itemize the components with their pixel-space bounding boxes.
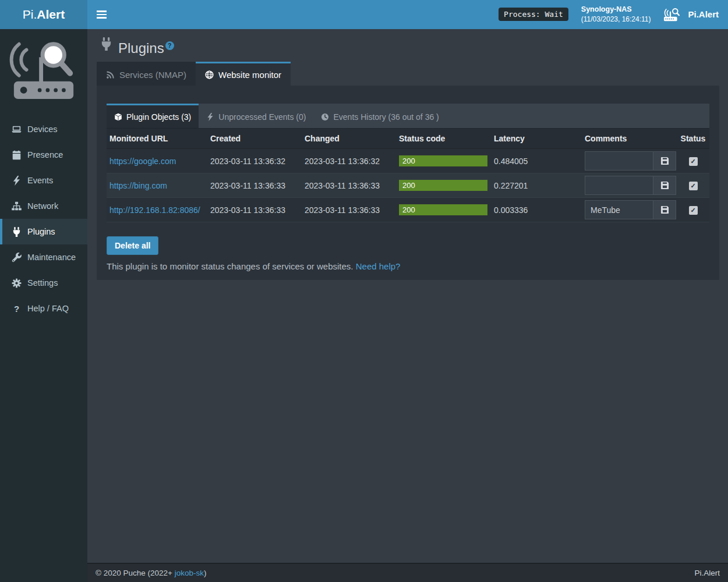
table-header-row: Monitored URL Created Changed Status cod… (107, 129, 709, 149)
scan-timestamp: (11/03/2023, 16:24:11) (581, 15, 651, 24)
content-area: Plugins? Services (NMAP) Website monitor… (87, 29, 728, 563)
globe-icon (205, 70, 214, 79)
status-checkbox[interactable] (689, 157, 698, 166)
footer-brand: Pi.Alert (694, 569, 720, 577)
floppy-icon (660, 181, 669, 190)
brand-label: Pi.Alert (688, 9, 719, 19)
changed-cell: 2023-03-11 13:36:33 (302, 198, 396, 222)
sidebar: Devices Presence Events Network Plugins … (0, 29, 87, 582)
logo-bold: Alert (37, 8, 65, 22)
logo-prefix: Pi. (23, 8, 37, 22)
process-status-badge: Process: Wait (499, 8, 568, 21)
sidebar-item-label: Devices (27, 125, 58, 134)
need-help-link[interactable]: Need help? (356, 261, 401, 271)
brand[interactable]: Pi.Alert (663, 7, 721, 22)
tab-plugin-objects[interactable]: Plugin Objects (3) (107, 104, 199, 128)
bolt-icon (206, 113, 214, 121)
tab-website-monitor[interactable]: Website monitor (196, 62, 291, 86)
comment-group (585, 151, 676, 171)
delete-all-button[interactable]: Delete all (107, 236, 158, 255)
pialert-router-icon (663, 7, 683, 22)
cube-icon (114, 113, 122, 121)
save-comment-button[interactable] (653, 151, 676, 171)
floppy-icon (660, 157, 669, 165)
navbar-right: Process: Wait Synology-NAS (11/03/2023, … (499, 4, 728, 25)
wrench-icon (12, 253, 22, 262)
sidebar-item-label: Help / FAQ (27, 304, 69, 313)
tab-events-history[interactable]: Events History (36 out of 36 ) (313, 104, 446, 128)
bolt-icon (12, 176, 22, 186)
comment-input[interactable] (585, 200, 653, 219)
device-info: Synology-NAS (11/03/2023, 16:24:11) (581, 4, 651, 25)
jokob-sk-link[interactable]: jokob-sk (175, 569, 204, 577)
sidebar-item-presence[interactable]: Presence (0, 142, 87, 168)
clock-icon (321, 113, 329, 121)
sidebar-item-label: Maintenance (27, 253, 76, 262)
sidebar-item-devices[interactable]: Devices (0, 116, 87, 142)
sidebar-item-maintenance[interactable]: Maintenance (0, 244, 87, 270)
sidebar-item-label: Plugins (27, 227, 55, 236)
plugin-description: This plugin is to monitor status changes… (107, 261, 709, 271)
copyright: © 2020 Puche (2022+ jokob-sk) (96, 569, 206, 577)
table-row: http://192.168.1.82:8086/ 2023-03-11 13:… (107, 198, 709, 222)
plugin-objects-table: Monitored URL Created Changed Status cod… (107, 129, 709, 222)
monitored-url-link[interactable]: http://192.168.1.82:8086/ (109, 205, 200, 215)
comment-input[interactable] (585, 151, 653, 171)
plugin-tabs: Services (NMAP) Website monitor (97, 62, 719, 86)
latency-cell: 0.003336 (491, 198, 582, 222)
page-title: Plugins? (100, 34, 719, 58)
tab-label: Services (NMAP) (119, 70, 186, 80)
table-row: https://bing.com 2023-03-11 13:36:33 202… (107, 173, 709, 198)
sidebar-item-help-faq[interactable]: ? Help / FAQ (0, 296, 87, 321)
help-badge[interactable]: ? (165, 41, 174, 50)
sidebar-toggle-button[interactable] (87, 3, 116, 26)
comment-group (585, 200, 676, 219)
sidebar-item-label: Presence (27, 150, 63, 159)
column-header: Monitored URL (107, 129, 207, 149)
tab-label: Plugin Objects (3) (126, 112, 191, 122)
description-text: This plugin is to monitor status changes… (107, 261, 354, 271)
page-title-text: Plugins (118, 40, 164, 56)
sitemap-icon (12, 201, 22, 211)
tab-services-nmap[interactable]: Services (NMAP) (97, 62, 196, 86)
changed-cell: 2023-03-11 13:36:33 (302, 173, 396, 198)
pialert-logo-image (9, 36, 78, 101)
status-checkbox[interactable] (689, 182, 698, 190)
plug-icon (100, 37, 113, 51)
table-row: https://google.com 2023-03-11 13:36:32 2… (107, 149, 709, 173)
status-code-bar: 200 (399, 180, 487, 191)
save-comment-button[interactable] (653, 176, 676, 195)
tab-unprocessed-events[interactable]: Unprocessed Events (0) (199, 104, 313, 128)
comment-group (585, 176, 676, 195)
footer: © 2020 Puche (2022+ jokob-sk) Pi.Alert (87, 563, 728, 582)
column-header: Comments (582, 129, 677, 149)
tab-label: Unprocessed Events (0) (218, 112, 306, 122)
signal-icon (106, 70, 115, 79)
latency-cell: 0.484005 (491, 149, 582, 173)
sidebar-menu: Devices Presence Events Network Plugins … (0, 116, 87, 321)
monitored-url-link[interactable]: https://bing.com (109, 181, 167, 190)
status-checkbox[interactable] (689, 206, 698, 215)
sidebar-item-network[interactable]: Network (0, 193, 87, 219)
column-header: Changed (302, 129, 396, 149)
status-code-bar: 200 (399, 204, 487, 215)
gear-icon (12, 278, 22, 288)
host-name: Synology-NAS (581, 4, 651, 15)
status-code-bar: 200 (399, 155, 487, 166)
sidebar-item-settings[interactable]: Settings (0, 270, 87, 296)
changed-cell: 2023-03-11 13:36:32 (302, 149, 396, 173)
comment-input[interactable] (585, 176, 653, 195)
sidebar-item-plugins[interactable]: Plugins (0, 219, 87, 244)
monitored-url-link[interactable]: https://google.com (109, 157, 176, 166)
pialert-app: Pi.Alert Process: Wait Synology-NAS (11/… (0, 0, 728, 582)
calendar-icon (12, 150, 22, 160)
sidebar-item-events[interactable]: Events (0, 168, 87, 193)
sidebar-item-label: Settings (27, 278, 58, 288)
created-cell: 2023-03-11 13:36:33 (207, 173, 302, 198)
app-logo[interactable]: Pi.Alert (0, 0, 87, 29)
website-monitor-panel: Plugin Objects (3) Unprocessed Events (0… (97, 86, 719, 280)
save-comment-button[interactable] (653, 200, 676, 219)
tab-label: Website monitor (218, 70, 281, 80)
tab-label: Events History (36 out of 36 ) (333, 112, 439, 122)
sidebar-item-label: Network (27, 201, 58, 211)
